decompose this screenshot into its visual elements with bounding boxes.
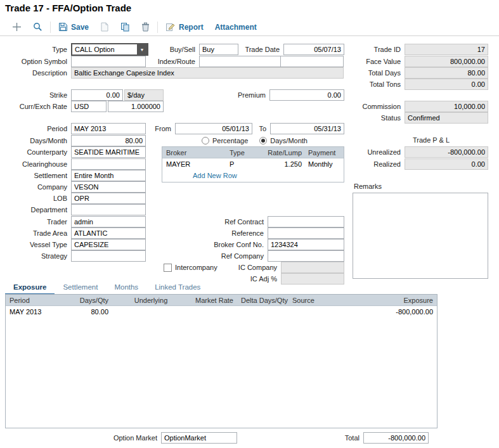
days-month-row: Days/Month bbox=[1, 135, 146, 146]
report-icon bbox=[165, 22, 176, 32]
currency-input[interactable] bbox=[71, 101, 107, 112]
add-new-row-link[interactable]: Add New Row bbox=[162, 170, 344, 181]
tab-linked-trades[interactable]: Linked Trades bbox=[146, 281, 209, 295]
new-document-button[interactable] bbox=[94, 20, 115, 34]
payment-cell: Monthly bbox=[306, 160, 341, 168]
total-tons-field bbox=[405, 79, 488, 90]
tab-exposure[interactable]: Exposure bbox=[5, 281, 55, 295]
tab-months[interactable]: Months bbox=[106, 281, 146, 295]
to-input[interactable] bbox=[270, 123, 344, 134]
ref-contract-input[interactable] bbox=[268, 216, 344, 227]
type-label: Type bbox=[1, 46, 71, 53]
trade-area-label: Trade Area bbox=[1, 229, 71, 237]
type-row: Type CALL Option ▼ bbox=[1, 44, 148, 55]
broker-conf-no-input[interactable] bbox=[268, 239, 344, 250]
attachment-label: Attachment bbox=[215, 23, 257, 32]
buy-sell-input[interactable] bbox=[199, 44, 238, 55]
reference-input[interactable] bbox=[268, 227, 344, 239]
index-route-input-2[interactable] bbox=[280, 56, 344, 67]
realized-row: Realized bbox=[337, 158, 488, 170]
counterparty-label: Counterparty bbox=[1, 148, 71, 156]
days-month-radio[interactable] bbox=[259, 137, 267, 144]
ic-company-label: IC Company bbox=[209, 264, 281, 271]
settlement-row: Settlement bbox=[1, 170, 146, 181]
settlement-label: Settlement bbox=[1, 172, 71, 179]
blank-document-icon bbox=[100, 22, 109, 32]
ic-adj-label: IC Adj % bbox=[209, 275, 281, 283]
percentage-radio-label: Percentage bbox=[212, 137, 248, 144]
curr-exch-rate-label: Curr/Exch Rate bbox=[1, 103, 71, 110]
attachment-button[interactable]: Attachment bbox=[209, 21, 262, 34]
premium-input[interactable] bbox=[269, 89, 344, 101]
reference-label: Reference bbox=[203, 229, 268, 237]
trade-date-input[interactable] bbox=[283, 44, 344, 55]
vessel-type-input[interactable] bbox=[71, 239, 146, 250]
exposure-table-header: Period Days/Qty Underlying Market Rate D… bbox=[6, 295, 437, 306]
percentage-radio[interactable] bbox=[202, 137, 209, 144]
total-days-label: Total Days bbox=[337, 69, 405, 77]
trader-input[interactable] bbox=[71, 216, 146, 227]
option-market-input[interactable] bbox=[161, 432, 237, 444]
broker-col-header: Broker bbox=[162, 149, 230, 157]
days-qty-cell: 80.00 bbox=[64, 308, 112, 316]
period-input[interactable] bbox=[71, 123, 146, 134]
trade-id-label: Trade ID bbox=[337, 46, 405, 53]
lob-input[interactable] bbox=[71, 193, 146, 204]
remarks-textarea[interactable] bbox=[353, 193, 488, 279]
delete-button[interactable] bbox=[136, 20, 155, 34]
trade-date-row: Trade Date bbox=[240, 44, 344, 55]
intercompany-checkbox[interactable] bbox=[164, 264, 172, 272]
realized-field bbox=[405, 158, 488, 170]
total-label: Total bbox=[316, 434, 363, 442]
total-tons-label: Total Tons bbox=[337, 80, 405, 88]
trader-row: Trader bbox=[1, 216, 146, 227]
ref-contract-label: Ref Contract bbox=[203, 218, 268, 226]
rate-basis-radios: Percentage Days/Month bbox=[202, 135, 308, 146]
report-button[interactable]: Report bbox=[160, 20, 209, 34]
copy-button[interactable] bbox=[115, 20, 136, 34]
company-row: Company bbox=[1, 181, 146, 193]
description-row: Description bbox=[1, 67, 344, 79]
exposure-table-row[interactable]: MAY 2013 80.00 -800,000.00 bbox=[6, 306, 437, 317]
unrealized-row: Unrealized bbox=[337, 146, 488, 158]
lob-label: LOB bbox=[1, 195, 71, 202]
department-row: Department bbox=[1, 204, 146, 215]
source-col-header: Source bbox=[290, 297, 358, 304]
strike-input[interactable] bbox=[71, 89, 123, 101]
from-input[interactable] bbox=[175, 123, 252, 134]
commission-label: Commission bbox=[337, 103, 405, 110]
ref-company-input[interactable] bbox=[268, 250, 344, 262]
face-value-row: Face Value bbox=[337, 56, 488, 67]
company-input[interactable] bbox=[71, 181, 146, 193]
total-tons-row: Total Tons bbox=[337, 79, 488, 90]
index-route-label: Index/Route bbox=[152, 58, 199, 65]
department-input[interactable] bbox=[71, 204, 146, 215]
days-month-label: Days/Month bbox=[1, 137, 71, 144]
status-label: Status bbox=[337, 114, 405, 122]
option-symbol-input[interactable] bbox=[71, 56, 146, 67]
exposure-cell: -800,000.00 bbox=[358, 308, 437, 316]
exposure-table: Period Days/Qty Underlying Market Rate D… bbox=[5, 294, 437, 428]
days-qty-col-header: Days/Qty bbox=[64, 297, 112, 304]
tab-settlement[interactable]: Settlement bbox=[55, 281, 106, 295]
broker-table: Broker Type Rate/Lump Payment MAYER P 1.… bbox=[162, 146, 344, 182]
counterparty-input[interactable] bbox=[71, 146, 146, 158]
exch-rate-input[interactable] bbox=[108, 101, 164, 112]
plus-icon bbox=[12, 22, 22, 32]
vessel-type-label: Vessel Type bbox=[1, 241, 71, 248]
new-button[interactable] bbox=[6, 20, 27, 34]
settlement-input[interactable] bbox=[71, 170, 146, 181]
broker-table-row[interactable]: MAYER P 1.250 Monthly bbox=[162, 158, 344, 170]
strategy-input[interactable] bbox=[71, 250, 146, 262]
save-button[interactable]: Save bbox=[53, 20, 94, 34]
index-route-input[interactable] bbox=[199, 56, 281, 67]
search-button[interactable] bbox=[27, 20, 48, 34]
option-market-row: Option Market bbox=[95, 432, 237, 444]
page-title: Trade 17 - FFA/Option Trade bbox=[5, 3, 131, 13]
type-dropdown[interactable]: CALL Option ▼ bbox=[71, 43, 148, 56]
trade-area-input[interactable] bbox=[71, 227, 146, 239]
days-month-input[interactable] bbox=[71, 135, 146, 146]
report-label: Report bbox=[179, 23, 204, 32]
period-col-header: Period bbox=[6, 297, 64, 304]
clearinghouse-input[interactable] bbox=[71, 158, 146, 170]
